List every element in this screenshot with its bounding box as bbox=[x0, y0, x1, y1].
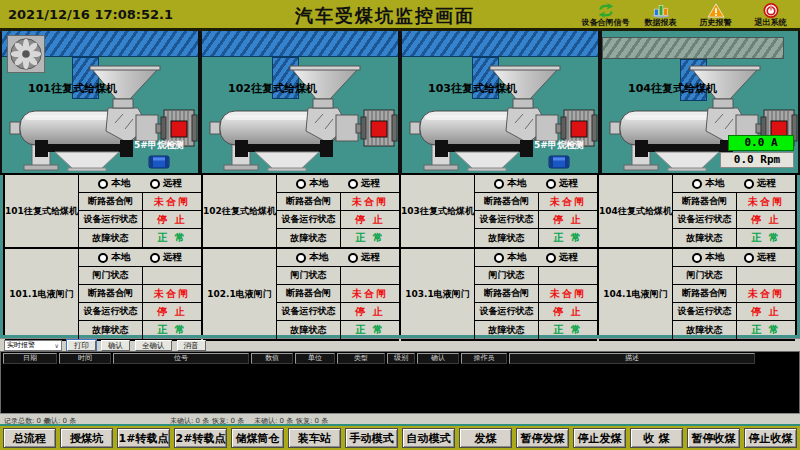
bottom-button-auto-mode[interactable]: 自动模式 bbox=[402, 428, 455, 448]
bottom-button-overview[interactable]: 总流程 bbox=[3, 428, 56, 448]
remote-radio-label: 远程 bbox=[559, 177, 578, 190]
alarm-column-header: 时间 bbox=[59, 353, 111, 364]
status-row: 设备运行状态停 止 bbox=[79, 211, 201, 229]
bottom-button-receive-coal[interactable]: 收 煤 bbox=[630, 428, 683, 448]
local-radio-label: 本地 bbox=[705, 177, 724, 190]
status-group-103-feeder: 103往复式给煤机本地远程断路器合闸未合闸设备运行状态停 止故障状态正 常 bbox=[401, 175, 597, 249]
structure-beam bbox=[602, 37, 784, 59]
bottom-button-stop-send-coal[interactable]: 停止发煤 bbox=[573, 428, 626, 448]
alarm-filter-dropdown[interactable]: 实时报警 ∨ bbox=[4, 340, 62, 351]
remote-radio-label: 远程 bbox=[163, 177, 182, 190]
feeder-title: 104往复式给煤机 bbox=[628, 81, 717, 96]
remote-mode-radio[interactable]: 远程 bbox=[348, 251, 380, 264]
status-row-value: 未合闸 bbox=[539, 193, 597, 210]
local-radio-circle bbox=[296, 179, 306, 189]
local-mode-radio[interactable]: 本地 bbox=[296, 251, 328, 264]
alarm-column-header: 日期 bbox=[3, 353, 57, 364]
status-rows: 本地远程断路器合闸未合闸设备运行状态停 止故障状态正 常 bbox=[475, 175, 597, 247]
mute-button[interactable]: 消音 bbox=[177, 340, 206, 351]
device-close-signal-button[interactable]: 设备合闸信号 bbox=[578, 0, 633, 28]
status-row-label: 设备运行状态 bbox=[673, 303, 737, 320]
remote-mode-radio[interactable]: 远程 bbox=[150, 251, 182, 264]
local-mode-radio[interactable]: 本地 bbox=[494, 177, 526, 190]
bottom-button-coal-pit[interactable]: 授煤坑 bbox=[60, 428, 113, 448]
control-mode-row: 本地远程 bbox=[475, 175, 597, 193]
ack-all-button[interactable]: 全确认 bbox=[135, 340, 172, 351]
header-button-group: 设备合闸信号 数据报表 bbox=[578, 0, 798, 28]
history-alarm-button[interactable]: 历史报警 bbox=[688, 0, 743, 28]
remote-mode-radio[interactable]: 远程 bbox=[546, 251, 578, 264]
status-row: 闸门状态 bbox=[79, 267, 201, 285]
status-row-label: 设备运行状态 bbox=[277, 303, 341, 320]
bottom-button-pause-receive-coal[interactable]: 暂停收煤 bbox=[687, 428, 740, 448]
status-row: 闸门状态 bbox=[475, 267, 597, 285]
local-radio-circle bbox=[494, 253, 504, 263]
bottom-button-transfer-point-2[interactable]: 2#转载点 bbox=[174, 428, 227, 448]
local-radio-circle bbox=[98, 253, 108, 263]
device-name-label: 102往复式给煤机 bbox=[203, 175, 277, 247]
status-row: 断路器合闸未合闸 bbox=[79, 285, 201, 303]
bottom-button-stop-receive-coal[interactable]: 停止收煤 bbox=[744, 428, 797, 448]
status-row-label: 设备运行状态 bbox=[79, 211, 143, 228]
remote-mode-radio[interactable]: 远程 bbox=[744, 251, 776, 264]
local-mode-radio[interactable]: 本地 bbox=[296, 177, 328, 190]
control-mode-row: 本地远程 bbox=[277, 249, 399, 267]
bottom-button-coal-silo[interactable]: 储煤筒仓 bbox=[231, 428, 284, 448]
status-group-104-valve: 104.1电液闸门本地远程闸门状态断路器合闸未合闸设备运行状态停 止故障状态正 … bbox=[599, 249, 795, 341]
status-row-label: 设备运行状态 bbox=[79, 303, 143, 320]
status-rows: 本地远程闸门状态断路器合闸未合闸设备运行状态停 止故障状态正 常 bbox=[673, 249, 795, 339]
exit-system-button[interactable]: 退出系统 bbox=[743, 0, 798, 28]
data-report-button[interactable]: 数据报表 bbox=[633, 0, 688, 28]
remote-radio-circle bbox=[150, 179, 160, 189]
status-row-value: 未合闸 bbox=[737, 193, 795, 210]
status-group-102-feeder: 102往复式给煤机本地远程断路器合闸未合闸设备运行状态停 止故障状态正 常 bbox=[203, 175, 399, 249]
methane-label: 5#甲烷检测 bbox=[534, 139, 584, 152]
status-row-label: 故障状态 bbox=[673, 321, 737, 339]
bottom-button-transfer-point-1[interactable]: 1#转载点 bbox=[117, 428, 170, 448]
alarm-table-header: 日期时间位号数值单位类型级别确认操作员描述 bbox=[1, 352, 799, 364]
ack-button[interactable]: 确认 bbox=[101, 340, 130, 351]
local-mode-radio[interactable]: 本地 bbox=[692, 251, 724, 264]
remote-mode-radio[interactable]: 远程 bbox=[348, 177, 380, 190]
device-name-label: 103.1电液闸门 bbox=[401, 249, 475, 339]
local-mode-radio[interactable]: 本地 bbox=[692, 177, 724, 190]
control-mode-row: 本地远程 bbox=[277, 175, 399, 193]
status-row: 故障状态正 常 bbox=[79, 321, 201, 339]
bottom-button-pause-send-coal[interactable]: 暂停发煤 bbox=[516, 428, 569, 448]
status-row-label: 设备运行状态 bbox=[475, 303, 539, 320]
status-row: 断路器合闸未合闸 bbox=[79, 193, 201, 211]
local-mode-radio[interactable]: 本地 bbox=[98, 177, 130, 190]
status-row-value: 未合闸 bbox=[737, 285, 795, 302]
status-rows: 本地远程闸门状态断路器合闸未合闸设备运行状态停 止故障状态正 常 bbox=[79, 249, 201, 339]
status-row-label: 断路器合闸 bbox=[277, 193, 341, 210]
local-radio-label: 本地 bbox=[705, 251, 724, 264]
scada-screen: 2021/12/16 17:08:52.1 汽车受煤坑监控画面 设备合闸信号 bbox=[0, 0, 800, 450]
print-button[interactable]: 打印 bbox=[67, 340, 96, 351]
warning-triangle-icon bbox=[707, 2, 725, 18]
status-row-value: 正 常 bbox=[539, 229, 597, 247]
status-row-value: 正 常 bbox=[341, 321, 399, 339]
methane-cylinder-icon bbox=[548, 154, 570, 170]
remote-radio-circle bbox=[150, 253, 160, 263]
remote-mode-radio[interactable]: 远程 bbox=[150, 177, 182, 190]
alarm-table-body[interactable] bbox=[1, 365, 799, 413]
remote-mode-radio[interactable]: 远程 bbox=[546, 177, 578, 190]
local-mode-radio[interactable]: 本地 bbox=[494, 251, 526, 264]
control-mode-row: 本地远程 bbox=[79, 175, 201, 193]
alarm-column-header: 操作员 bbox=[461, 353, 507, 364]
status-row-label: 断路器合闸 bbox=[673, 285, 737, 302]
status-row-value: 未合闸 bbox=[539, 285, 597, 302]
local-mode-radio[interactable]: 本地 bbox=[98, 251, 130, 264]
chevron-down-icon: ∨ bbox=[55, 342, 59, 349]
bottom-button-loading-station[interactable]: 装车站 bbox=[288, 428, 341, 448]
status-row-label: 设备运行状态 bbox=[475, 211, 539, 228]
remote-mode-radio[interactable]: 远程 bbox=[744, 177, 776, 190]
status-row-value: 停 止 bbox=[341, 303, 399, 320]
status-row: 故障状态正 常 bbox=[475, 229, 597, 247]
sync-arrows-icon bbox=[596, 2, 616, 18]
local-radio-label: 本地 bbox=[111, 177, 130, 190]
bottom-button-send-coal[interactable]: 发煤 bbox=[459, 428, 512, 448]
status-row-label: 故障状态 bbox=[673, 229, 737, 247]
local-radio-circle bbox=[98, 179, 108, 189]
bottom-button-manual-mode[interactable]: 手动模式 bbox=[345, 428, 398, 448]
